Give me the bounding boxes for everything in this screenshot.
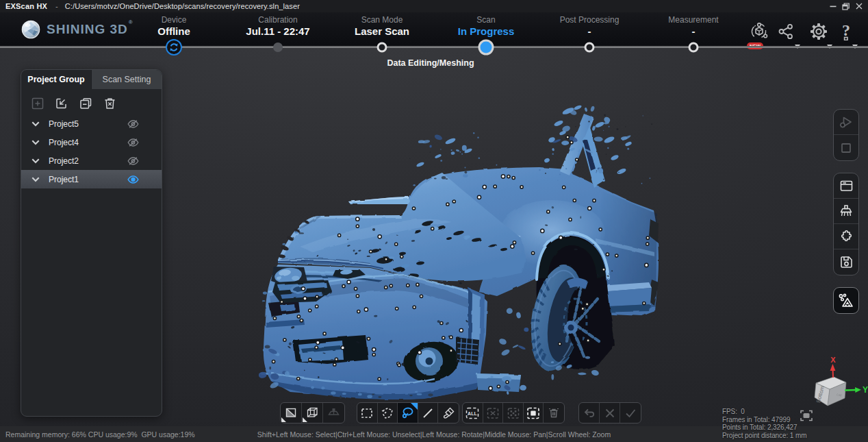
minimize-button[interactable] bbox=[826, 0, 839, 12]
eye-hidden-icon bbox=[127, 156, 139, 166]
stage-label: Data Editing/Meshing bbox=[387, 58, 474, 68]
project-list: Project5Project4Project2Project1 bbox=[21, 114, 162, 188]
visibility-toggle[interactable] bbox=[124, 152, 142, 170]
invert-selection-button[interactable] bbox=[503, 403, 524, 423]
plugin-button[interactable] bbox=[834, 224, 858, 249]
shading-mode-button[interactable] bbox=[281, 403, 302, 423]
fit-view-button[interactable] bbox=[800, 410, 813, 424]
delete-project-button[interactable] bbox=[101, 95, 118, 112]
project-panel: Project Group Scan Setting bbox=[21, 69, 162, 417]
cutting-plane-button[interactable] bbox=[323, 403, 344, 423]
share-caret-icon[interactable] bbox=[795, 39, 800, 51]
close-button[interactable] bbox=[852, 0, 865, 12]
viewport-stats: FPS: 0 Frames in Total: 47999 Points in … bbox=[722, 408, 806, 439]
tab-scan-setting[interactable]: Scan Setting bbox=[91, 70, 162, 89]
confirm-selection-button[interactable] bbox=[620, 403, 641, 423]
chevron-down-icon[interactable] bbox=[31, 121, 40, 127]
chevron-down-icon[interactable] bbox=[31, 177, 40, 182]
project-settings-button[interactable] bbox=[834, 173, 858, 199]
remove-project-button[interactable] bbox=[77, 95, 94, 112]
new-project-button[interactable] bbox=[29, 95, 47, 112]
start-scan-button[interactable] bbox=[834, 110, 858, 135]
cube-body[interactable]: Bottom Left bbox=[815, 377, 846, 406]
title-bar: EXScan HX - C:/Users/motvz/OneDrive/Desk… bbox=[0, 0, 868, 12]
undo-button[interactable] bbox=[579, 403, 600, 423]
settings-button[interactable] bbox=[810, 23, 828, 43]
system-usage-status: Remaining memory: 66% CPU usage:9% GPU u… bbox=[5, 430, 195, 439]
mesh-group bbox=[833, 287, 859, 314]
deselect-all-button[interactable] bbox=[483, 403, 504, 423]
project-name: Project1 bbox=[49, 175, 79, 184]
selection-tool-group bbox=[357, 402, 459, 423]
workflow-header: SHINING 3D® Device Offline Calibration J… bbox=[0, 12, 868, 48]
device-step-dot[interactable] bbox=[166, 39, 182, 56]
project-name: Project4 bbox=[49, 138, 79, 147]
brush-select-button[interactable] bbox=[438, 403, 459, 423]
workflow-step-post-processing[interactable]: Post Processing - bbox=[560, 15, 620, 37]
mouse-hints: Shift+Left Mouse: Select|Ctrl+Left Mouse… bbox=[257, 430, 611, 439]
scanned-car-model[interactable] bbox=[259, 101, 669, 410]
sync-icon bbox=[168, 42, 179, 53]
points-stat: Points in Total: 2,326,427 bbox=[722, 423, 806, 432]
navigation-cube[interactable]: Bottom Left X Y bbox=[806, 355, 868, 408]
project-name: Project5 bbox=[49, 119, 79, 129]
workflow-step-scan[interactable]: Scan In Progress bbox=[458, 15, 515, 37]
visibility-toggle[interactable] bbox=[124, 134, 142, 151]
registered-mark: ® bbox=[129, 19, 133, 25]
help-caret-icon[interactable] bbox=[852, 39, 858, 51]
document-path: C:/Users/motvz/OneDrive/Desktop/scans/re… bbox=[65, 2, 300, 10]
workflow-step-calibration[interactable]: Calibration Jul.11 - 22:47 bbox=[246, 15, 309, 37]
clean-data-button[interactable] bbox=[834, 199, 858, 224]
window-controls bbox=[826, 0, 865, 12]
project-row-project2[interactable]: Project2 bbox=[21, 151, 162, 170]
project-row-project5[interactable]: Project5 bbox=[21, 114, 162, 133]
visibility-toggle[interactable] bbox=[124, 115, 142, 133]
workflow-step-measurement[interactable]: Measurement - bbox=[668, 15, 718, 37]
tab-project-group[interactable]: Project Group bbox=[21, 70, 91, 89]
brand-name: SHINING 3D® bbox=[47, 22, 133, 37]
select-all-button[interactable]: ALL bbox=[463, 403, 483, 423]
scan-step-dot[interactable] bbox=[478, 40, 494, 56]
workflow-progress-line bbox=[0, 46, 868, 48]
chevron-down-icon[interactable] bbox=[31, 140, 40, 145]
save-data-button[interactable] bbox=[834, 249, 858, 275]
help-button[interactable]: ? bbox=[839, 23, 854, 43]
scan-control-group bbox=[833, 109, 859, 161]
project-row-project1[interactable]: Project1 bbox=[21, 170, 162, 188]
stop-scan-button[interactable] bbox=[834, 135, 858, 160]
application-window: EXScan HX - C:/Users/motvz/OneDrive/Desk… bbox=[0, 0, 868, 442]
eye-visible-icon bbox=[127, 175, 139, 184]
workflow-step-scan-mode[interactable]: Scan Mode Laser Scan bbox=[355, 15, 409, 37]
delete-selected-button[interactable] bbox=[544, 403, 564, 423]
wireframe-mode-button[interactable] bbox=[302, 403, 323, 423]
app-title: EXScan HX bbox=[5, 2, 47, 10]
line-select-button[interactable] bbox=[418, 403, 439, 423]
lasso-select-button[interactable] bbox=[398, 403, 418, 423]
viewport-3d[interactable]: Project Group Scan Setting bbox=[0, 48, 868, 426]
chevron-down-icon[interactable] bbox=[31, 158, 40, 164]
submenu-indicator bbox=[303, 417, 307, 422]
rectangle-select-button[interactable] bbox=[357, 403, 378, 423]
measurement-step-dot[interactable] bbox=[689, 42, 699, 53]
workflow-step-device[interactable]: Device Offline bbox=[157, 15, 190, 37]
import-project-button[interactable] bbox=[53, 95, 71, 112]
project-row-project4[interactable]: Project4 bbox=[21, 133, 162, 151]
restore-button[interactable] bbox=[839, 0, 852, 12]
share-button[interactable] bbox=[778, 23, 794, 42]
axis-y: Y bbox=[845, 385, 868, 395]
svg-text:?: ? bbox=[842, 23, 850, 39]
shining3d-globe-icon bbox=[21, 20, 40, 39]
visibility-toggle[interactable] bbox=[124, 171, 142, 188]
polygon-select-button[interactable] bbox=[378, 403, 398, 423]
post-processing-step-dot[interactable] bbox=[585, 42, 595, 53]
community-button[interactable] bbox=[749, 21, 769, 45]
select-connected-button[interactable] bbox=[524, 403, 544, 423]
calibration-step-dot[interactable] bbox=[273, 42, 283, 52]
cancel-selection-button[interactable] bbox=[600, 403, 620, 423]
scan-mode-step-dot[interactable] bbox=[377, 42, 387, 53]
panel-tabs: Project Group Scan Setting bbox=[21, 70, 162, 89]
mesh-button[interactable] bbox=[834, 288, 858, 313]
settings-caret-icon[interactable] bbox=[827, 39, 832, 51]
edit-tool-group bbox=[833, 173, 859, 275]
view-mode-group bbox=[280, 402, 345, 423]
